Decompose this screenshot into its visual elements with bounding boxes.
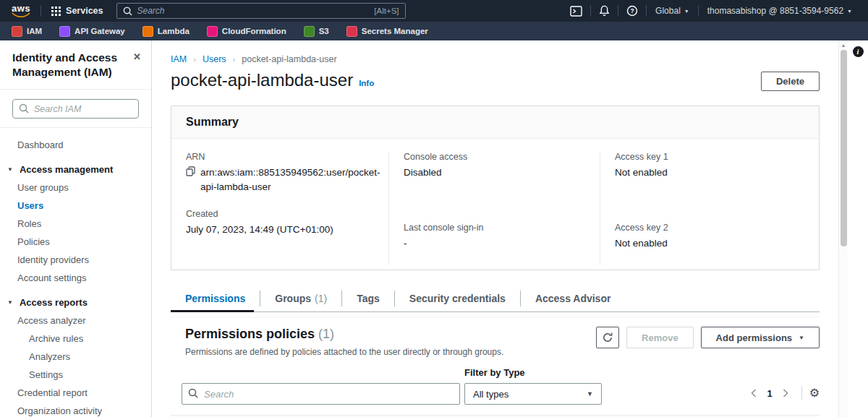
add-permissions-button[interactable]: Add permissions ▼ bbox=[701, 327, 820, 348]
refresh-button[interactable] bbox=[596, 327, 619, 348]
tab-tags[interactable]: Tags bbox=[342, 285, 394, 311]
main-content: IAM › Users › pocket-api-lambda-user poc… bbox=[153, 40, 838, 417]
tab-access-advisor[interactable]: Access Advisor bbox=[521, 285, 626, 311]
sidebar-item-account-settings[interactable]: Account settings bbox=[0, 269, 151, 287]
filter-by-type-label: Filter by Type bbox=[464, 367, 602, 378]
account-menu[interactable]: thomasabishop @ 8851-3594-9562 ▼ bbox=[699, 0, 861, 22]
delete-button[interactable]: Delete bbox=[761, 72, 820, 91]
refresh-icon bbox=[602, 332, 613, 343]
sidebar-title: Identity and Access Management (IAM) bbox=[12, 51, 121, 79]
search-icon bbox=[123, 7, 132, 16]
chevron-down-icon: ▼ bbox=[799, 335, 804, 341]
sidebar-item-dashboard[interactable]: Dashboard bbox=[0, 136, 151, 154]
question-circle-icon: ? bbox=[626, 5, 638, 17]
cloudshell-terminal-icon bbox=[570, 6, 582, 17]
gear-icon[interactable]: ⚙ bbox=[809, 387, 820, 399]
sidebar-section-access-reports[interactable]: ▼ Access reports bbox=[0, 293, 151, 311]
policies-count: (1) bbox=[318, 327, 334, 341]
close-icon[interactable]: ✕ bbox=[133, 51, 141, 79]
global-search-box[interactable]: [Alt+S] bbox=[116, 3, 406, 19]
favorite-s3[interactable]: S3 bbox=[304, 26, 329, 37]
sidebar-divider bbox=[0, 89, 151, 90]
breadcrumb-users-link[interactable]: Users bbox=[203, 54, 226, 64]
favorite-iam[interactable]: IAM bbox=[12, 26, 42, 37]
services-menu-button[interactable]: Services bbox=[41, 6, 113, 16]
last-signin-value: - bbox=[404, 236, 585, 251]
region-label: Global bbox=[655, 6, 681, 16]
favorite-lambda[interactable]: Lambda bbox=[142, 26, 190, 37]
search-shortcut-hint: [Alt+S] bbox=[374, 7, 399, 15]
chevron-down-icon: ▼ bbox=[7, 166, 13, 173]
cloudshell-button[interactable] bbox=[562, 0, 590, 22]
tab-label: Access Advisor bbox=[535, 293, 611, 304]
tab-permissions[interactable]: Permissions bbox=[171, 285, 260, 311]
sidebar-section-access-management[interactable]: ▼ Access management bbox=[0, 160, 151, 179]
info-link[interactable]: Info bbox=[359, 79, 374, 87]
info-panel-icon[interactable]: i bbox=[853, 46, 864, 57]
chevron-down-icon: ▼ bbox=[587, 390, 593, 397]
aws-logo[interactable]: aws bbox=[0, 4, 41, 17]
breadcrumb-iam-link[interactable]: IAM bbox=[171, 54, 187, 64]
services-label: Services bbox=[66, 6, 103, 16]
policy-search-input[interactable] bbox=[182, 383, 460, 405]
tab-security-credentials[interactable]: Security credentials bbox=[395, 285, 520, 311]
page-title: pocket-api-lambda-user bbox=[171, 70, 353, 90]
sidebar-item-access-analyzer[interactable]: Access analyzer bbox=[0, 311, 151, 330]
favorite-api-gateway[interactable]: API Gateway bbox=[59, 26, 125, 37]
global-search-input[interactable] bbox=[137, 6, 370, 16]
type-filter-dropdown[interactable]: All types ▼ bbox=[464, 383, 602, 405]
last-signin-label: Last console sign-in bbox=[404, 223, 585, 233]
summary-title: Summary bbox=[171, 106, 819, 139]
favorite-label: S3 bbox=[319, 27, 329, 35]
sidebar-item-organization-activity[interactable]: Organization activity bbox=[0, 402, 151, 417]
permissions-policies-section: Permissions policies (1) Permissions are… bbox=[171, 317, 820, 417]
previous-page-button[interactable] bbox=[745, 389, 762, 397]
favorites-bar: IAM API Gateway Lambda CloudFormation S3… bbox=[0, 22, 868, 40]
vertical-scrollbar[interactable]: ▲ bbox=[838, 40, 848, 417]
bell-icon bbox=[599, 5, 610, 17]
sidebar-item-credential-report[interactable]: Credential report bbox=[0, 384, 151, 402]
sidebar-item-user-groups[interactable]: User groups bbox=[0, 179, 151, 197]
pagination: 1 ⚙ bbox=[745, 386, 820, 405]
access-key1-label: Access key 1 bbox=[615, 152, 804, 162]
region-selector[interactable]: Global ▼ bbox=[647, 0, 698, 22]
sidebar-item-policies[interactable]: Policies bbox=[0, 233, 151, 251]
chevron-down-icon: ▼ bbox=[684, 9, 689, 14]
iam-service-icon bbox=[12, 26, 22, 37]
scroll-up-arrow[interactable]: ▲ bbox=[839, 40, 848, 50]
sidebar-search-input[interactable] bbox=[12, 99, 139, 119]
summary-card: Summary ARN arn:aws:iam::885135949562:us… bbox=[171, 106, 820, 270]
favorite-cloudformation[interactable]: CloudFormation bbox=[207, 26, 286, 37]
favorite-secrets-manager[interactable]: Secrets Manager bbox=[346, 26, 428, 37]
tab-label: Tags bbox=[357, 293, 380, 304]
tab-groups[interactable]: Groups (1) bbox=[260, 285, 341, 311]
grid-icon bbox=[51, 7, 61, 16]
access-key2-label: Access key 2 bbox=[615, 223, 804, 233]
pagination-divider bbox=[801, 386, 802, 400]
sidebar-item-users[interactable]: Users bbox=[0, 197, 151, 215]
breadcrumb: IAM › Users › pocket-api-lambda-user bbox=[171, 54, 820, 64]
sidebar-nav: Dashboard ▼ Access management User group… bbox=[0, 128, 151, 417]
sidebar-section-label: Access reports bbox=[20, 297, 88, 308]
remove-button[interactable]: Remove bbox=[626, 327, 694, 348]
access-key1-value: Not enabled bbox=[615, 165, 804, 180]
secrets-manager-service-icon bbox=[346, 26, 357, 37]
top-navigation-bar: aws Services [Alt+S] ? Global ▼ thomasab… bbox=[0, 0, 868, 22]
cloudformation-service-icon bbox=[207, 26, 218, 37]
sidebar-item-roles[interactable]: Roles bbox=[0, 215, 151, 233]
notifications-button[interactable] bbox=[591, 0, 618, 22]
svg-text:?: ? bbox=[631, 7, 634, 14]
sidebar-item-identity-providers[interactable]: Identity providers bbox=[0, 251, 151, 269]
arn-value: arn:aws:iam::885135949562:user/pocket-ap… bbox=[200, 165, 380, 194]
next-page-button[interactable] bbox=[777, 389, 794, 397]
scrollbar-thumb[interactable] bbox=[841, 50, 847, 246]
search-icon bbox=[19, 103, 29, 116]
copy-icon[interactable] bbox=[186, 166, 195, 181]
help-button[interactable]: ? bbox=[618, 0, 646, 22]
sidebar-item-settings[interactable]: Settings bbox=[0, 366, 151, 384]
sidebar-item-archive-rules[interactable]: Archive rules bbox=[0, 330, 151, 348]
add-permissions-label: Add permissions bbox=[716, 332, 792, 343]
sidebar-item-analyzers[interactable]: Analyzers bbox=[0, 348, 151, 366]
page-number[interactable]: 1 bbox=[762, 388, 776, 399]
arn-label: ARN bbox=[186, 152, 374, 162]
